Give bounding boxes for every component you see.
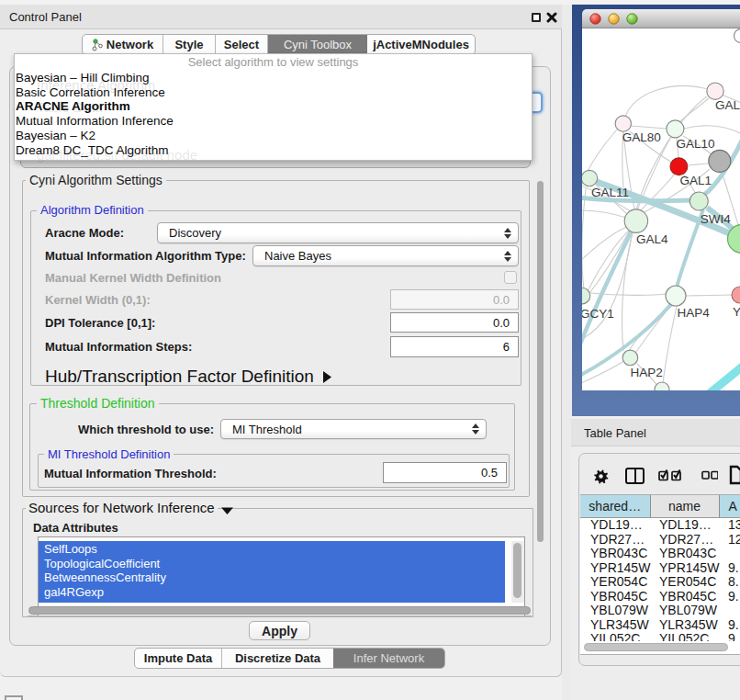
svg-text:GAL11: GAL11	[591, 186, 629, 199]
svg-text:GAL1: GAL1	[680, 174, 712, 187]
svg-text:HAP4: HAP4	[677, 306, 710, 320]
svg-text:SWI4: SWI4	[701, 212, 731, 226]
svg-text:HAP2: HAP2	[631, 366, 663, 379]
svg-text:Y: Y	[733, 305, 740, 319]
svg-text:GCY1: GCY1	[582, 307, 614, 321]
svg-text:GAL4: GAL4	[636, 232, 668, 246]
svg-text:GAL80: GAL80	[622, 130, 661, 144]
svg-text:GAL10: GAL10	[677, 137, 715, 151]
svg-text:GAL: GAL	[715, 98, 740, 112]
